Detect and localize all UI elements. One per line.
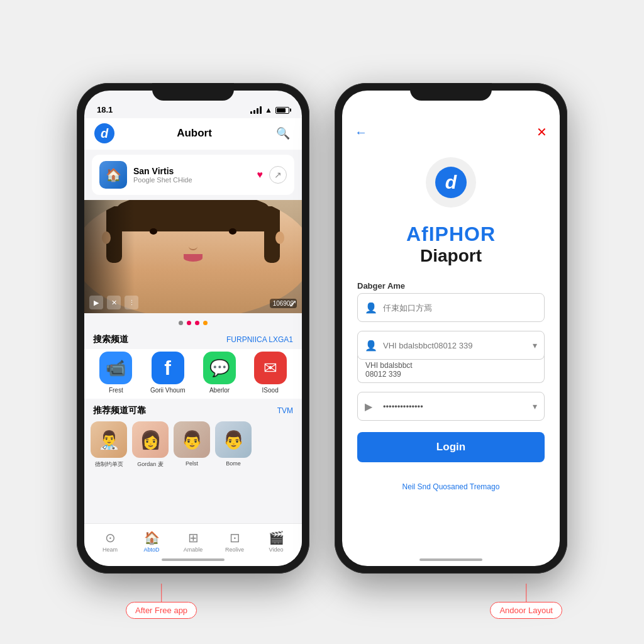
person-1[interactable]: 👨‍⚕️ 德制约单页 (91, 421, 127, 469)
phone-icon: 👤 (365, 340, 377, 352)
mail-label: ISood (262, 387, 279, 394)
person-2[interactable]: 👩 Gordan 麦 (132, 421, 169, 469)
password-input[interactable] (357, 392, 545, 421)
left-header: d Aubort 🔍 (84, 118, 302, 150)
username-field-group: Dabger Ame 👤 (357, 281, 545, 322)
video-controls: ▶ ✕ ⋮ (89, 296, 138, 309)
app-item-facebook[interactable]: f Gorii Vhoum (150, 352, 186, 394)
dot-4[interactable] (203, 321, 208, 325)
reolive-nav-icon: ⊡ (230, 530, 240, 545)
close-button[interactable]: ✕ (536, 125, 547, 140)
status-icons: ▲ (250, 106, 289, 114)
video-nav-icon: 🎬 (269, 530, 284, 545)
nav-item-reolive[interactable]: ⊡ Reolive (214, 530, 255, 553)
phone-field-group: 👤 ▾ VHI bdalsbbct 08012 339 (357, 331, 545, 383)
nav-item-abtod[interactable]: 🏠 AbtoD (131, 530, 172, 553)
phone-value: VHI bdalsbbct (365, 361, 413, 370)
expand-icon[interactable]: ⤢ (289, 297, 297, 309)
section1-link[interactable]: FURPNIICA LXGA1 (226, 335, 293, 344)
right-label-box: Andoor Layout (490, 602, 562, 619)
facebook-label: Gorii Vhoum (150, 387, 186, 394)
amable-nav-icon: ⊞ (188, 530, 199, 545)
section2-header: 推荐频道可靠 TVM (84, 401, 302, 419)
app-item-zoom[interactable]: 📹 Frest (99, 352, 132, 394)
section2-title: 推荐频道可靠 (93, 405, 146, 416)
nav-label-heam: Heam (103, 547, 118, 553)
left-label-text: After Free app (135, 606, 187, 615)
form-label: Dabger Ame (357, 281, 545, 291)
login-title-block: AfIPHOR Diaport (342, 218, 560, 269)
right-screen: ← ✕ d AfIPHOR Diaport Dabger Ame 👤 (342, 91, 560, 566)
right-label-text: Andoor Layout (499, 606, 553, 615)
login-form: Dabger Ame 👤 👤 ▾ VHI bdalsbbct 08012 3 (342, 269, 560, 475)
search-button[interactable]: 🔍 (274, 125, 292, 142)
featured-text: San Virtis Poogle Shet CHide (133, 166, 251, 184)
person-avatar-2: 👩 (132, 421, 169, 458)
person-name-1: 德制约单页 (95, 460, 123, 469)
right-label-container: Andoor Layout (490, 602, 562, 619)
nav-item-amable[interactable]: ⊞ Amable (172, 530, 214, 553)
app-item-whatsapp[interactable]: 💬 Aberlor (203, 352, 236, 394)
phones-container: 18.1 ▲ d Aubort � (77, 83, 567, 574)
login-logo-container: d (342, 145, 560, 218)
nav-item-video[interactable]: 🎬 Video (255, 530, 297, 553)
right-notch (410, 83, 492, 101)
abtod-nav-icon: 🏠 (144, 530, 160, 545)
heart-icon[interactable]: ♥ (257, 169, 264, 180)
home-nav-icon: ⊙ (105, 530, 116, 545)
dropdown-arrow-phone[interactable]: ▾ (533, 340, 537, 350)
person-4[interactable]: 👨 Bome (215, 421, 252, 469)
nav-item-heam[interactable]: ⊙ Heam (89, 530, 131, 553)
dot-1[interactable] (179, 321, 183, 325)
person-avatar-1: 👨‍⚕️ (91, 421, 127, 458)
play-icon[interactable]: ▶ (89, 296, 103, 309)
user-icon: 👤 (365, 302, 377, 314)
close-video-icon[interactable]: ✕ (107, 296, 121, 309)
nav-label-video: Video (269, 547, 284, 553)
home-indicator-right (419, 558, 482, 561)
featured-title: San Virtis (133, 166, 251, 176)
share-button[interactable]: ↗ (269, 166, 287, 184)
left-screen: 18.1 ▲ d Aubort � (84, 91, 302, 566)
person-name-3: Pelst (186, 460, 198, 467)
login-title-sub: Diaport (355, 246, 547, 266)
password-field-group: ▶ ▾ (357, 392, 545, 421)
person-avatar-4: 👨 (215, 421, 252, 458)
login-logo-circle: d (426, 157, 476, 208)
login-title-main: AfIPHOR (355, 223, 547, 246)
carousel-dots (84, 316, 302, 330)
header-title-left: Aubort (177, 127, 212, 140)
section1-header: 搜索频道 FURPNIICA LXGA1 (84, 330, 302, 349)
zoom-icon: 📹 (99, 352, 132, 384)
login-logo: d (435, 167, 467, 198)
home-indicator-left (162, 558, 225, 561)
phone-input[interactable] (357, 331, 545, 360)
more-icon[interactable]: ⋮ (125, 296, 138, 309)
zoom-label: Frest (109, 387, 123, 394)
battery-icon (275, 107, 289, 114)
dot-2[interactable] (187, 321, 191, 325)
right-phone: ← ✕ d AfIPHOR Diaport Dabger Ame 👤 (335, 83, 567, 574)
username-wrapper: 👤 (357, 293, 545, 322)
video-section[interactable]: ▶ ✕ ⋮ 106909 ⤢ (84, 200, 302, 313)
person-name-2: Gordan 麦 (137, 460, 164, 469)
app-icons-row: 📹 Frest f Gorii Vhoum 💬 Aberlor ✉ ISood (84, 349, 302, 399)
dropdown-arrow-pass[interactable]: ▾ (533, 401, 537, 411)
app-item-mail[interactable]: ✉ ISood (254, 352, 287, 394)
right-label-line (526, 584, 527, 602)
register-link[interactable]: Neil Snd Quosaned Tremago (342, 475, 560, 499)
person-3[interactable]: 👨 Pelst (174, 421, 210, 469)
username-input[interactable] (357, 293, 545, 322)
section2-link[interactable]: TVM (277, 406, 293, 415)
left-notch (152, 83, 234, 101)
login-button[interactable]: Login (357, 432, 545, 462)
phone-number: 08012 339 (365, 370, 401, 379)
back-button[interactable]: ← (355, 125, 367, 140)
left-label-line (161, 584, 162, 602)
status-time: 18.1 (97, 105, 113, 114)
nav-label-abtod: AbtoD (143, 547, 159, 553)
wifi-icon: ▲ (265, 106, 272, 114)
dot-3[interactable] (195, 321, 199, 325)
mail-icon: ✉ (254, 352, 287, 384)
featured-card[interactable]: 🏠 San Virtis Poogle Shet CHide ♥ ↗ (92, 155, 294, 195)
